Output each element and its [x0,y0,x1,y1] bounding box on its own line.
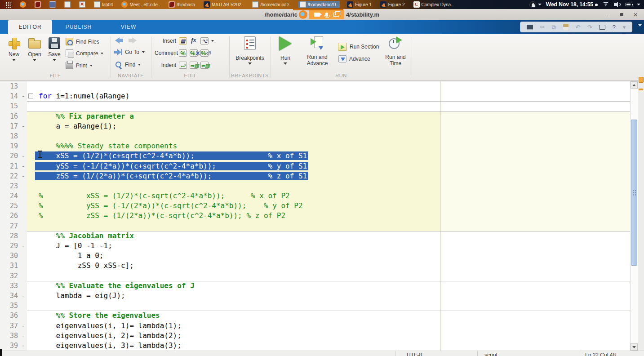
paste-icon[interactable] [563,24,568,30]
clock[interactable]: Wed Nov 18, 14:55 [546,1,598,8]
indent-left-icon[interactable]: ⬅▤ [200,62,209,69]
code-line-26[interactable]: 26% zSS = (1/(2*a))*(c-sqrt(c^2-4*a*b));… [0,211,630,221]
redo-icon[interactable]: ↷ [587,24,592,30]
code-line-27[interactable]: 27 [0,221,630,231]
run-and-advance-button[interactable]: Run and Advance [300,36,334,67]
code-text[interactable]: 1 a 0; [35,251,630,261]
breakpoint-margin[interactable]: - [20,341,27,351]
code-text[interactable]: eigenvalues(i, 3)= lambda(3); [35,341,630,351]
advance-button[interactable]: Advance [338,55,370,62]
breakpoint-margin[interactable]: - [20,91,27,101]
breakpoint-margin[interactable]: - [20,331,27,341]
breakpoint-margin[interactable] [20,141,27,151]
taskbar-item[interactable] [4,1,13,8]
code-line-20[interactable]: 20- xSS = (1/2)*(c+sqrt(c^2-4*a*b)); % x… [0,151,630,161]
taskbar-item[interactable] [33,1,42,8]
indent-right-icon[interactable]: ➡▤ [190,62,198,69]
taskbar-item[interactable] [18,1,27,8]
code-line-31[interactable]: 31 zSS 0 xSS-c]; [0,261,630,271]
tab-publish[interactable]: PUBLISH [52,20,105,34]
taskbar-item-meet-eft-nde-[interactable]: Meet - eft-nde.. [120,1,161,8]
toolstrip-chevron-down-icon[interactable] [638,24,642,27]
breakpoint-margin[interactable] [20,131,27,141]
code-line-34[interactable]: 34- lambda = eig(J); [0,291,630,301]
code-line-28[interactable]: 28 %% Jacobian matrix [0,231,630,241]
breakpoints-button[interactable]: Breakpoints [232,36,268,65]
wrap-comments-icon[interactable]: %⏎ [200,49,209,57]
warning-summary-icon[interactable] [639,77,644,83]
save-button[interactable]: Save [44,36,65,61]
new-button[interactable]: New [4,36,24,61]
code-text[interactable]: %% Jacobian matrix [35,231,630,241]
code-text[interactable] [35,221,630,231]
comment-icon[interactable]: % [179,49,187,57]
volume-icon[interactable] [614,2,621,7]
breakpoint-margin[interactable] [20,311,27,320]
code-line-16[interactable]: 16 %% Fix parameter a [0,111,630,121]
code-line-35[interactable]: 35 [0,301,630,311]
breakpoint-margin[interactable]: - [20,121,27,131]
battery-icon[interactable] [626,3,632,6]
breakpoint-margin[interactable]: - [20,161,27,171]
save-icon[interactable] [527,24,533,30]
code-text[interactable]: % xSS = (1/2)*(c-sqrt(c^2-4*a*b)); % x o… [35,191,630,201]
breakpoint-margin[interactable] [20,261,27,271]
code-text[interactable] [35,101,630,111]
code-text[interactable]: zSS 0 xSS-c]; [35,261,630,271]
code-line-32[interactable]: 32 [0,271,630,281]
uncomment-icon[interactable]: %✕ [190,49,198,57]
taskbar-item--bin-bash[interactable]: /bin/bash [167,1,196,8]
code-line-21[interactable]: 21- ySS = (-1/(2*a))*(c+sqrt(c^2-4*a*b))… [0,161,630,171]
options-chevron-down-icon[interactable]: ▾ [623,24,626,30]
code-line-17[interactable]: 17- a = aRange(i); [0,121,630,131]
taskbar-item--home-dario-d-[interactable]: /home/dario/D.. [298,1,340,8]
scrollbar-thumb[interactable] [631,120,637,266]
maximize-button[interactable] [620,13,623,16]
vertical-scrollbar[interactable] [630,81,638,351]
window-titlebar[interactable]: /home/daric 4/stability.m – ✕ [0,9,644,20]
code-text[interactable]: ySS = (-1/(2*a))*(c+sqrt(c^2-4*a*b)); % … [35,161,630,171]
code-text[interactable] [35,81,630,91]
copy-icon[interactable]: ⧉ [552,24,556,30]
code-line-30[interactable]: 30 1 a 0; [0,251,630,261]
breakpoint-margin[interactable] [20,211,27,221]
back-icon[interactable] [115,37,124,44]
code-text[interactable] [35,131,630,141]
code-line-36[interactable]: 36 %% Store the eigenvalues [0,311,630,320]
insert-section-icon[interactable]: ▤ [179,37,187,44]
code-line-33[interactable]: 33 %% Evaluate the eigenvalues of J [0,281,630,291]
wifi-icon[interactable] [602,2,609,7]
code-line-37[interactable]: 37- eigenvalues(i, 1)= lambda(1); [0,321,630,331]
code-text[interactable]: xSS = (1/2)*(c+sqrt(c^2-4*a*b)); % x of … [35,151,630,161]
breakpoint-margin[interactable] [20,231,27,241]
insert-function-icon[interactable]: fx [190,37,198,44]
run-and-time-button[interactable]: Run and Time [381,36,410,67]
code-text[interactable] [35,181,630,191]
taskbar-item-matlab-r202-[interactable]: MATLAB R202.. [202,1,245,8]
code-text[interactable]: %% Fix parameter a [35,111,630,121]
code-text[interactable]: % zSS = (1/(2*a))*(c-sqrt(c^2-4*a*b)); %… [35,211,630,221]
switch-window-icon[interactable] [599,25,605,30]
tab-view[interactable]: VIEW [105,20,152,34]
breakpoint-margin[interactable] [20,111,27,121]
breakpoint-margin[interactable] [20,271,27,281]
find-button[interactable]: Find [115,61,141,68]
tray-chevron-down-icon[interactable] [637,4,640,5]
taskbar-item-figure-1[interactable]: Figure 1 [346,1,373,8]
code-line-18[interactable]: 18 [0,131,630,141]
code-text[interactable]: lambda = eig(J); [35,291,630,301]
taskbar-item--home-dario-d-[interactable]: /home/dario/D.. [251,1,292,8]
code-line-38[interactable]: 38- eigenvalues(i, 2)= lambda(2); [0,331,630,341]
go-to-button[interactable]: Go To [114,49,145,55]
breakpoint-margin[interactable]: - [20,241,27,251]
scroll-down-button[interactable] [631,343,638,351]
print-button[interactable]: Print [66,62,93,69]
tab-editor[interactable]: EDITOR [8,20,52,34]
breakpoint-margin[interactable] [20,221,27,231]
taskbar-item[interactable] [63,1,72,8]
taskbar-item-figure-2[interactable]: Figure 2 [379,1,406,8]
breakpoint-margin[interactable]: - [20,291,27,301]
run-section-button[interactable]: Run Section [338,43,379,51]
smart-indent-icon[interactable]: ⮐ [179,62,187,69]
help-icon[interactable]: ? [613,24,616,30]
